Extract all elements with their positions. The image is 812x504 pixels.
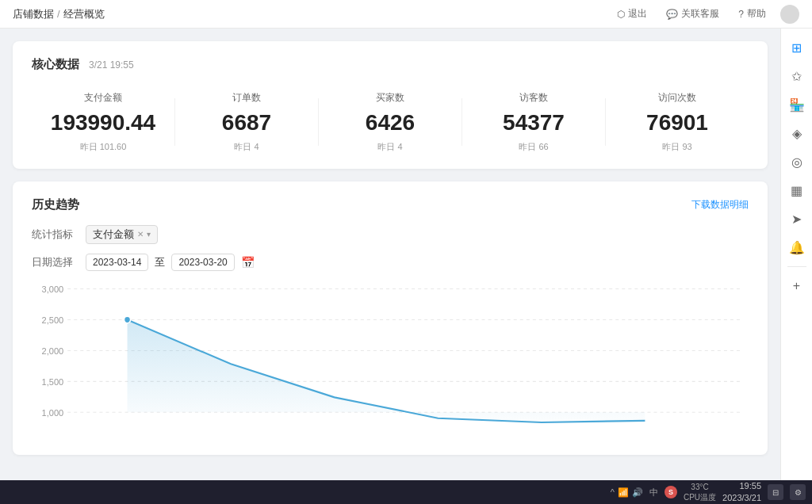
taskbar: ^ 📶 🔊 中 S 33°C CPU温度 19:55 2023/3/21 ⊟ ⚙ — [0, 480, 812, 504]
metric-value-buyer: 6426 — [366, 109, 415, 136]
filter-row-metric: 统计指标 支付金额 ✕ ▾ — [32, 225, 749, 244]
date-range-separator: 至 — [155, 255, 165, 269]
sidebar-divider — [787, 266, 806, 267]
svg-text:2,000: 2,000 — [42, 346, 64, 355]
metric-label-visit: 访问次数 — [658, 91, 696, 105]
logout-button[interactable]: ⬡ 退出 — [612, 6, 652, 22]
main-layout: 核心数据 3/21 19:55 支付金额 193990.44 昨日 101.60… — [0, 29, 812, 480]
download-link[interactable]: 下载数据明细 — [691, 198, 749, 212]
date-from-input[interactable]: 2023-03-14 — [86, 254, 148, 271]
metric-visitor-count: 访客数 54377 昨日 66 — [462, 91, 605, 153]
metric-value-payment: 193990.44 — [51, 109, 155, 136]
wifi-icon: 📶 — [618, 487, 629, 498]
brand-icon: S — [665, 486, 677, 498]
cpu-label: CPU温度 — [684, 492, 716, 502]
metric-compare-buyer: 昨日 4 — [377, 141, 402, 153]
right-sidebar: ⊞ ✩ 🏪 ◈ ◎ ▦ ➤ 🔔 + — [780, 29, 812, 480]
filter-tag-arrow: ▾ — [147, 230, 151, 239]
date: 2023/3/21 — [722, 492, 761, 504]
core-data-timestamp: 3/21 19:55 — [89, 59, 134, 71]
metric-compare-payment: 昨日 101.60 — [80, 141, 127, 153]
sidebar-circle-icon[interactable]: ◎ — [784, 149, 810, 174]
sidebar-bell-icon[interactable]: 🔔 — [784, 235, 810, 260]
filter-metric-label: 统计指标 — [32, 227, 73, 242]
trend-title: 历史趋势 — [32, 197, 79, 212]
trend-chart: 3,000 2,500 2,000 1,500 1,000 — [32, 281, 749, 439]
breadcrumb: 店铺数据 / 经营概览 — [13, 7, 105, 21]
clock: 19:55 — [722, 480, 761, 492]
core-data-card: 核心数据 3/21 19:55 支付金额 193990.44 昨日 101.60… — [13, 41, 768, 169]
customer-service-icon: 💬 — [666, 9, 678, 20]
metric-buyer-count: 买家数 6426 昨日 4 — [319, 91, 462, 153]
help-icon: ? — [738, 9, 744, 20]
svg-text:3,000: 3,000 — [42, 284, 64, 293]
svg-text:1,500: 1,500 — [42, 376, 64, 386]
filter-tag-text: 支付金额 — [93, 227, 134, 242]
sidebar-tag-icon[interactable]: ◈ — [784, 120, 810, 146]
topbar-right: ⬡ 退出 💬 关联客服 ? 帮助 — [612, 5, 799, 24]
sidebar-image-icon[interactable]: ▦ — [784, 178, 810, 203]
metric-label-payment: 支付金额 — [84, 91, 122, 105]
network-icon: ^ — [611, 487, 615, 497]
taskbar-right: ^ 📶 🔊 中 S 33°C CPU温度 19:55 2023/3/21 ⊟ ⚙ — [611, 480, 806, 504]
taskbar-btn-2[interactable]: ⚙ — [790, 484, 806, 500]
taskbar-system-icons: ^ 📶 🔊 中 — [611, 487, 658, 498]
sidebar-send-icon[interactable]: ➤ — [784, 206, 810, 231]
chart-container: 3,000 2,500 2,000 1,500 1,000 — [32, 281, 749, 439]
metric-label-order: 订单数 — [232, 91, 261, 105]
svg-text:1,000: 1,000 — [42, 407, 64, 417]
metric-value-visit: 76901 — [646, 109, 708, 136]
sidebar-plus-icon[interactable]: + — [784, 273, 810, 299]
metric-value-visitor: 54377 — [503, 109, 565, 136]
core-data-title: 核心数据 — [32, 57, 79, 72]
metrics-row: 支付金额 193990.44 昨日 101.60 订单数 6687 昨日 4 买… — [32, 91, 749, 153]
customer-service-button[interactable]: 💬 关联客服 — [661, 6, 724, 22]
taskbar-btn-1[interactable]: ⊟ — [768, 484, 783, 500]
metric-compare-visit: 昨日 93 — [662, 141, 691, 153]
taskbar-time: 19:55 2023/3/21 — [722, 480, 761, 504]
svg-point-11 — [124, 316, 131, 323]
breadcrumb-separator: / — [57, 8, 60, 20]
sidebar-star-icon[interactable]: ✩ — [784, 63, 810, 89]
date-filter-label: 日期选择 — [32, 255, 73, 269]
breadcrumb-parent: 店铺数据 — [13, 7, 54, 21]
volume-icon: 🔊 — [632, 487, 643, 498]
svg-text:2,500: 2,500 — [42, 315, 64, 324]
content-area: 核心数据 3/21 19:55 支付金额 193990.44 昨日 101.60… — [0, 29, 780, 480]
metric-label-buyer: 买家数 — [376, 91, 404, 105]
help-button[interactable]: ? 帮助 — [733, 6, 771, 22]
filter-tag[interactable]: 支付金额 ✕ ▾ — [86, 225, 158, 244]
metric-order-count: 订单数 6687 昨日 4 — [175, 91, 318, 153]
metric-visit-count: 访问次数 76901 昨日 93 — [606, 91, 749, 153]
breadcrumb-current: 经营概览 — [63, 7, 105, 21]
ime-indicator: 中 — [649, 487, 658, 498]
sidebar-shop-icon[interactable]: 🏪 — [784, 92, 810, 117]
cpu-temp: 33°C — [684, 482, 716, 492]
metric-value-order: 6687 — [222, 109, 271, 136]
logout-label: 退出 — [628, 7, 647, 21]
filter-row-date: 日期选择 2023-03-14 至 2023-03-20 📅 — [32, 254, 749, 271]
logout-icon: ⬡ — [617, 9, 625, 20]
filter-tag-close[interactable]: ✕ — [137, 230, 144, 239]
trend-card-header: 历史趋势 下载数据明细 — [32, 197, 749, 212]
metric-compare-order: 昨日 4 — [234, 141, 259, 153]
date-range-filter: 2023-03-14 至 2023-03-20 📅 — [86, 254, 255, 271]
history-trend-card: 历史趋势 下载数据明细 统计指标 支付金额 ✕ ▾ 日期选择 2023-03-1… — [13, 181, 768, 455]
metric-compare-visitor: 昨日 66 — [519, 141, 548, 153]
core-data-header: 核心数据 3/21 19:55 — [32, 57, 749, 72]
metric-payment-amount: 支付金额 193990.44 昨日 101.60 — [32, 91, 174, 153]
help-label: 帮助 — [747, 7, 766, 21]
avatar[interactable] — [780, 5, 799, 24]
calendar-icon[interactable]: 📅 — [241, 256, 255, 269]
top-bar: 店铺数据 / 经营概览 ⬡ 退出 💬 关联客服 ? 帮助 — [0, 0, 812, 29]
metric-label-visitor: 访客数 — [519, 91, 548, 105]
customer-service-label: 关联客服 — [681, 7, 719, 21]
sidebar-home-icon[interactable]: ⊞ — [784, 35, 810, 60]
date-to-input[interactable]: 2023-03-20 — [171, 254, 234, 271]
cpu-info: 33°C CPU温度 — [684, 482, 716, 502]
